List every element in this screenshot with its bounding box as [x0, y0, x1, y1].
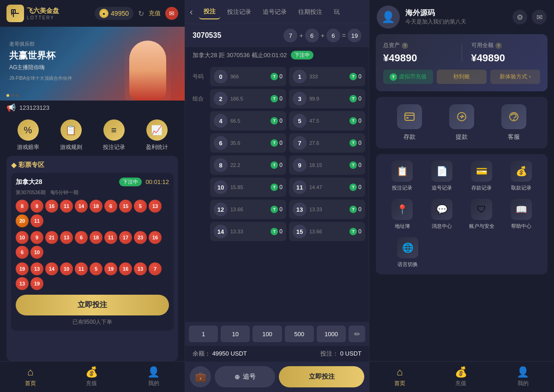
- svg-point-6: [513, 119, 515, 120]
- menu-security-label: 账户与安全: [469, 223, 494, 230]
- ball: 9: [30, 231, 43, 244]
- nav-profile[interactable]: 👤 我的: [147, 366, 160, 387]
- records-icon: ≡: [103, 119, 125, 141]
- withdraw-action[interactable]: 提款: [449, 104, 474, 141]
- recharge-nav-icon: 💰: [85, 366, 98, 378]
- bet-item-9[interactable]: 9 18.15 T 0: [289, 155, 365, 175]
- bet-item-5[interactable]: 5 47.5 T 0: [289, 111, 365, 131]
- menu-language[interactable]: 🌐 语言切换: [391, 237, 424, 268]
- follow-button[interactable]: ⊕ 追号: [215, 366, 275, 387]
- bet-item-11[interactable]: 11 14.47 T 0: [289, 178, 365, 197]
- bet-item-15[interactable]: 15 13.66 T 0: [289, 222, 365, 241]
- edit-amount-icon[interactable]: ✏: [349, 326, 365, 342]
- message-icon[interactable]: ✉: [165, 7, 178, 20]
- bet-item-13[interactable]: 13 13.33 T 0: [289, 200, 365, 219]
- bet-item-14[interactable]: 14 13.33 T 0: [210, 222, 286, 241]
- menu-withdraw-records-icon: 💰: [511, 160, 532, 182]
- menu-help[interactable]: 📖 帮助中心: [505, 199, 537, 230]
- back-button[interactable]: ‹: [190, 6, 193, 17]
- logo-text: 飞六美金盘 LOTTERY: [27, 7, 59, 20]
- quick-amounts: 1 10 100 500 1000 ✏: [185, 322, 369, 346]
- settings-icon[interactable]: ⚙: [512, 10, 527, 24]
- nav-home-label: 首页: [25, 380, 36, 387]
- deposit-action[interactable]: 存款: [397, 104, 422, 141]
- refresh-icon[interactable]: ↻: [138, 9, 144, 18]
- amount-10[interactable]: 10: [221, 326, 250, 342]
- right-nav-profile[interactable]: 👤 我的: [517, 366, 529, 387]
- new-experience-button[interactable]: 新体验方式 ›: [490, 70, 540, 84]
- quick-item-rules[interactable]: 📋 游戏规则: [60, 119, 82, 151]
- virtual-recharge-button[interactable]: T 虚拟币充值: [383, 70, 433, 84]
- stats-icon: 📈: [146, 119, 168, 141]
- question-icon: ?: [402, 42, 408, 49]
- ball: 16: [149, 231, 162, 244]
- bet-item-10[interactable]: 10 15.85 T 0: [210, 178, 286, 197]
- bet-row: 组合 2 166.5 T 0 3 99.9: [189, 89, 365, 108]
- menu-withdraw-records[interactable]: 💰 取款记录: [505, 160, 537, 191]
- rules-icon: 📋: [60, 119, 82, 141]
- bet-item-4[interactable]: 4 66.5 T 0: [210, 111, 286, 131]
- lottery-card-header: 加拿大28 下注中 00:01:12: [16, 178, 169, 186]
- service-action[interactable]: 客服: [501, 104, 526, 141]
- balance-label: 余额：: [193, 350, 211, 357]
- ball: 18: [90, 200, 102, 213]
- right-nav-home-label: 首页: [394, 380, 405, 387]
- banner-girl: [125, 34, 171, 101]
- assets-row: 总资产 ? ¥49890 可用全额 ? ¥49890: [383, 42, 540, 64]
- tab-bet[interactable]: 投注: [199, 5, 220, 19]
- menu-follow-records-icon: 📄: [431, 160, 452, 182]
- ball: 13: [60, 231, 73, 244]
- nav-recharge[interactable]: 💰 充值: [85, 366, 98, 387]
- bet-value: 0 USDT: [340, 350, 361, 357]
- amount-100[interactable]: 100: [253, 326, 282, 342]
- rules-label: 游戏规则: [60, 143, 82, 151]
- tab-follow[interactable]: 追号记录: [258, 5, 291, 19]
- lottery-bet-button[interactable]: 立即投注: [16, 295, 169, 315]
- username: 海外源码: [405, 8, 507, 18]
- instant-button[interactable]: 秒到账: [437, 70, 487, 84]
- tab-bet-records[interactable]: 投注记录: [223, 5, 256, 19]
- right-panel: 👤 海外源码 今天是加入我们的第八天 ⚙ ✉ 总资产 ? ¥49890 可用全额: [369, 0, 554, 392]
- bet-items-row: 0 966 T 0 1 333 T 0: [210, 67, 365, 86]
- message-right-icon[interactable]: ✉: [532, 10, 547, 24]
- menu-security[interactable]: 🛡 账户与安全: [465, 199, 498, 230]
- menu-address[interactable]: 📍 地址簿: [386, 199, 418, 230]
- wallet-button[interactable]: 💼: [190, 366, 211, 387]
- quick-item-stats[interactable]: 📈 盈利统计: [146, 119, 168, 151]
- quick-item-odds[interactable]: % 游戏赔率: [17, 119, 39, 151]
- ball: 11: [104, 231, 117, 244]
- amount-1000[interactable]: 1000: [317, 326, 346, 342]
- bet-item-12[interactable]: 12 13.66 T 0: [210, 200, 286, 219]
- instant-bet-button[interactable]: 立即投注: [279, 366, 364, 387]
- menu-messages[interactable]: 💬 消息中心: [426, 199, 458, 230]
- bet-item-2[interactable]: 2 166.5 T 0: [210, 89, 286, 108]
- mid-countdown-text: 加拿大28 距 3070536 截止00:01:02: [193, 51, 287, 59]
- amount-500[interactable]: 500: [285, 326, 314, 342]
- amount-1[interactable]: 1: [189, 326, 218, 342]
- ball: 6: [16, 246, 29, 259]
- bet-item-1[interactable]: 1 333 T 0: [289, 67, 365, 86]
- menu-deposit-records[interactable]: 💳 存款记录: [465, 160, 498, 191]
- bet-item-8[interactable]: 8 22.2 T 0: [210, 155, 286, 175]
- nav-home[interactable]: ⌂ 首页: [25, 366, 36, 387]
- ball: 16: [45, 200, 58, 213]
- ball: 11: [30, 214, 43, 227]
- lottery-section: ◆ 彩票专区 加拿大28 下注中 00:01:12 第3070536期 每5分钟…: [6, 156, 178, 361]
- bet-item-3[interactable]: 3 99.9 T 0: [289, 89, 365, 108]
- nav-profile-label: 我的: [148, 380, 159, 387]
- right-nav-recharge[interactable]: 💰 充值: [455, 366, 467, 387]
- tab-more[interactable]: 玩: [329, 5, 344, 19]
- quick-item-records[interactable]: ≡ 投注记录: [103, 119, 125, 151]
- mid-bottom-btns: 💼 ⊕ 追号 立即投注: [185, 362, 369, 392]
- bet-item-6[interactable]: 6 35.6 T 0: [210, 133, 286, 153]
- menu-follow-records[interactable]: 📄 追号记录: [426, 160, 458, 191]
- bet-item-0[interactable]: 0 966 T 0: [210, 67, 286, 86]
- right-nav-home[interactable]: ⌂ 首页: [394, 366, 405, 387]
- tab-history[interactable]: 往期投注: [294, 5, 327, 19]
- menu-bet-records[interactable]: 📋 投注记录: [386, 160, 418, 191]
- ball: 14: [45, 262, 58, 275]
- menu-withdraw-records-label: 取款记录: [511, 184, 531, 191]
- bet-item-7[interactable]: 7 27.6 T 0: [289, 133, 365, 153]
- recharge-button[interactable]: 充值: [149, 9, 161, 18]
- mid-ball: 6: [305, 29, 319, 42]
